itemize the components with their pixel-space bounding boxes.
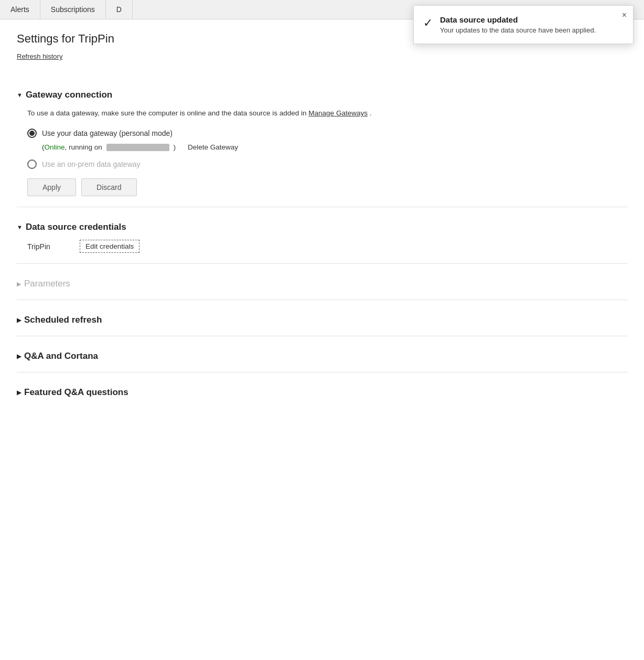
credentials-arrow-icon: [17, 223, 23, 231]
checkmark-icon: ✓: [423, 16, 433, 30]
edit-credentials-link[interactable]: Edit credentials: [80, 240, 139, 253]
featured-qa-header[interactable]: Featured Q&A questions: [17, 387, 627, 398]
parameters-arrow-icon: [17, 280, 21, 288]
status-middle-text: , running on: [65, 143, 102, 151]
radio-onprem[interactable]: Use an on-prem data gateway: [27, 159, 627, 169]
radio-onprem-input[interactable]: [27, 159, 37, 169]
discard-button[interactable]: Discard: [81, 178, 136, 196]
toast-close-button[interactable]: ×: [622, 11, 627, 19]
tab-d[interactable]: D: [106, 0, 133, 19]
tab-subscriptions[interactable]: Subscriptions: [40, 0, 106, 19]
credentials-row: TripPin Edit credentials: [27, 240, 627, 253]
scheduled-refresh-arrow-icon: [17, 316, 21, 324]
status-close-paren: ): [173, 143, 176, 151]
gateway-machine-name: [106, 144, 169, 151]
radio-personal-label: Use your data gateway (personal mode): [42, 129, 173, 137]
gateway-section-title: Gateway connection: [26, 90, 112, 100]
scheduled-refresh-section: Scheduled refresh: [17, 315, 627, 325]
tab-alerts[interactable]: Alerts: [0, 0, 40, 19]
featured-qa-arrow-icon: [17, 389, 21, 396]
status-online-text: Online: [45, 143, 65, 151]
credentials-section-title: Data source credentials: [26, 222, 126, 232]
qa-cortana-title: Q&A and Cortana: [24, 351, 98, 361]
radio-onprem-label: Use an on-prem data gateway: [42, 160, 141, 168]
toast-message: Your updates to the data source have bee…: [440, 26, 596, 34]
gateway-arrow-icon: [17, 91, 23, 99]
divider-2: [17, 263, 627, 264]
gateway-button-group: Apply Discard: [27, 178, 627, 196]
radio-personal-mode[interactable]: Use your data gateway (personal mode): [27, 129, 627, 138]
apply-button[interactable]: Apply: [27, 178, 76, 196]
featured-qa-section: Featured Q&A questions: [17, 387, 627, 398]
delete-gateway-link[interactable]: Delete Gateway: [188, 143, 238, 151]
toast-title: Data source updated: [440, 15, 596, 24]
credentials-source-name: TripPin: [27, 242, 69, 251]
divider-5: [17, 372, 627, 372]
parameters-section: Parameters: [17, 279, 627, 289]
manage-gateways-link[interactable]: Manage Gateways: [308, 109, 368, 117]
parameters-section-title: Parameters: [24, 279, 70, 289]
gateway-section-header[interactable]: Gateway connection: [17, 90, 627, 100]
main-content: Settings for TripPin Refresh history Gat…: [0, 19, 644, 421]
credentials-section: Data source credentials TripPin Edit cre…: [17, 222, 627, 253]
gateway-section: Gateway connection To use a data gateway…: [17, 90, 627, 196]
scheduled-refresh-header[interactable]: Scheduled refresh: [17, 315, 627, 325]
divider-3: [17, 300, 627, 300]
credentials-section-header[interactable]: Data source credentials: [17, 222, 627, 232]
credentials-section-body: TripPin Edit credentials: [17, 240, 627, 253]
gateway-section-body: To use a data gateway, make sure the com…: [17, 108, 627, 196]
scheduled-refresh-title: Scheduled refresh: [24, 315, 102, 325]
parameters-section-header[interactable]: Parameters: [17, 279, 627, 289]
featured-qa-title: Featured Q&A questions: [24, 387, 128, 398]
qa-cortana-section: Q&A and Cortana: [17, 351, 627, 361]
toast-notification: ✓ Data source updated Your updates to th…: [413, 5, 634, 44]
divider-4: [17, 336, 627, 336]
qa-cortana-arrow-icon: [17, 353, 21, 360]
gateway-status-line: (Online, running on ) Delete Gateway: [27, 143, 627, 151]
divider-1: [17, 207, 627, 207]
qa-cortana-header[interactable]: Q&A and Cortana: [17, 351, 627, 361]
toast-content: Data source updated Your updates to the …: [440, 15, 596, 34]
refresh-history-link[interactable]: Refresh history: [17, 52, 62, 60]
radio-personal-input[interactable]: [27, 129, 37, 138]
gateway-description: To use a data gateway, make sure the com…: [27, 108, 499, 119]
